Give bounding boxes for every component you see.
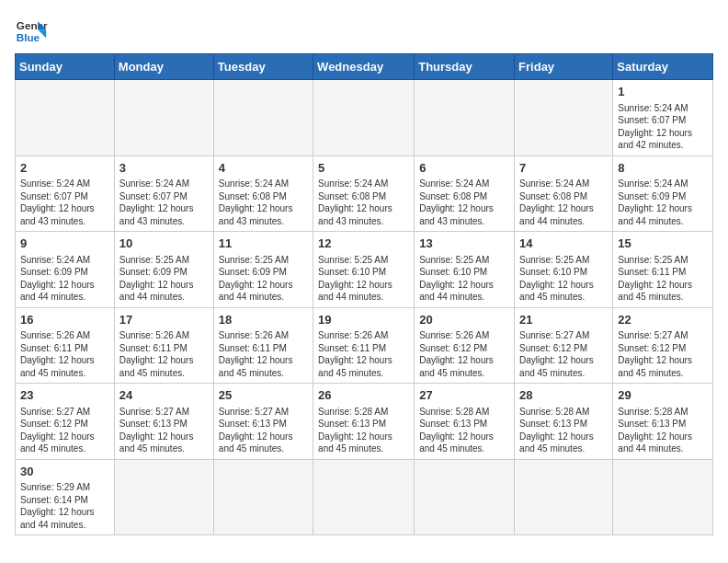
- day-info: Sunrise: 5:24 AM Sunset: 6:08 PM Dayligh…: [318, 178, 409, 227]
- day-info: Sunrise: 5:26 AM Sunset: 6:12 PM Dayligh…: [419, 329, 509, 379]
- day-info: Sunrise: 5:26 AM Sunset: 6:11 PM Dayligh…: [318, 329, 409, 379]
- day-info: Sunrise: 5:24 AM Sunset: 6:07 PM Dayligh…: [618, 102, 708, 152]
- week-row-2: 9Sunrise: 5:24 AM Sunset: 6:09 PM Daylig…: [16, 232, 713, 308]
- day-number: 8: [618, 160, 708, 177]
- calendar-cell: 19Sunrise: 5:26 AM Sunset: 6:11 PM Dayli…: [313, 307, 415, 384]
- header: General Blue: [15, 15, 713, 48]
- day-info: Sunrise: 5:25 AM Sunset: 6:10 PM Dayligh…: [318, 254, 409, 304]
- day-info: Sunrise: 5:27 AM Sunset: 6:13 PM Dayligh…: [219, 406, 308, 455]
- day-number: 19: [318, 312, 409, 328]
- svg-text:Blue: Blue: [17, 31, 40, 43]
- week-row-5: 30Sunrise: 5:29 AM Sunset: 6:14 PM Dayli…: [16, 459, 713, 535]
- calendar-cell: 13Sunrise: 5:25 AM Sunset: 6:10 PM Dayli…: [415, 232, 515, 308]
- week-row-0: 1Sunrise: 5:24 AM Sunset: 6:07 PM Daylig…: [16, 80, 713, 156]
- day-number: 25: [219, 387, 308, 404]
- calendar-cell: [313, 80, 415, 156]
- day-number: 1: [618, 84, 708, 100]
- calendar-cell: 5Sunrise: 5:24 AM Sunset: 6:08 PM Daylig…: [313, 155, 415, 232]
- calendar-cell: 17Sunrise: 5:26 AM Sunset: 6:11 PM Dayli…: [114, 307, 213, 384]
- calendar-cell: 29Sunrise: 5:28 AM Sunset: 6:13 PM Dayli…: [613, 384, 713, 460]
- calendar-cell: 21Sunrise: 5:27 AM Sunset: 6:12 PM Dayli…: [515, 307, 613, 384]
- day-number: 10: [119, 236, 209, 252]
- day-number: 11: [219, 236, 308, 252]
- day-number: 14: [519, 236, 608, 252]
- calendar-cell: 20Sunrise: 5:26 AM Sunset: 6:12 PM Dayli…: [415, 307, 515, 384]
- calendar-cell: 2Sunrise: 5:24 AM Sunset: 6:07 PM Daylig…: [16, 155, 115, 232]
- day-number: 4: [219, 160, 308, 177]
- day-number: 16: [20, 312, 109, 328]
- calendar-cell: [515, 459, 613, 535]
- day-header-friday: Friday: [515, 54, 613, 80]
- day-info: Sunrise: 5:24 AM Sunset: 6:07 PM Dayligh…: [20, 178, 109, 227]
- day-info: Sunrise: 5:25 AM Sunset: 6:10 PM Dayligh…: [519, 254, 608, 304]
- calendar-cell: 24Sunrise: 5:27 AM Sunset: 6:13 PM Dayli…: [114, 384, 213, 460]
- day-info: Sunrise: 5:25 AM Sunset: 6:10 PM Dayligh…: [419, 254, 509, 304]
- day-info: Sunrise: 5:27 AM Sunset: 6:13 PM Dayligh…: [119, 406, 209, 455]
- calendar-cell: 28Sunrise: 5:28 AM Sunset: 6:13 PM Dayli…: [515, 384, 613, 460]
- calendar-cell: 11Sunrise: 5:25 AM Sunset: 6:09 PM Dayli…: [213, 232, 313, 308]
- day-info: Sunrise: 5:24 AM Sunset: 6:08 PM Dayligh…: [419, 178, 509, 227]
- day-info: Sunrise: 5:24 AM Sunset: 6:09 PM Dayligh…: [618, 178, 708, 227]
- day-info: Sunrise: 5:28 AM Sunset: 6:13 PM Dayligh…: [419, 406, 509, 455]
- day-number: 17: [119, 312, 209, 328]
- calendar-cell: [213, 80, 313, 156]
- day-number: 21: [519, 312, 608, 328]
- calendar-cell: 22Sunrise: 5:27 AM Sunset: 6:12 PM Dayli…: [613, 307, 713, 384]
- calendar-cell: [415, 459, 515, 535]
- day-number: 26: [318, 387, 409, 404]
- day-info: Sunrise: 5:28 AM Sunset: 6:13 PM Dayligh…: [519, 406, 608, 455]
- calendar-cell: 12Sunrise: 5:25 AM Sunset: 6:10 PM Dayli…: [313, 232, 415, 308]
- calendar-cell: 8Sunrise: 5:24 AM Sunset: 6:09 PM Daylig…: [613, 155, 713, 232]
- day-number: 20: [419, 312, 509, 328]
- calendar-cell: 18Sunrise: 5:26 AM Sunset: 6:11 PM Dayli…: [213, 307, 313, 384]
- day-number: 13: [419, 236, 509, 252]
- calendar-cell: 16Sunrise: 5:26 AM Sunset: 6:11 PM Dayli…: [16, 307, 115, 384]
- calendar-cell: 30Sunrise: 5:29 AM Sunset: 6:14 PM Dayli…: [16, 459, 115, 535]
- logo: General Blue: [15, 15, 48, 48]
- day-info: Sunrise: 5:29 AM Sunset: 6:14 PM Dayligh…: [20, 481, 109, 531]
- calendar-cell: [16, 80, 115, 156]
- calendar-cell: 10Sunrise: 5:25 AM Sunset: 6:09 PM Dayli…: [114, 232, 213, 308]
- day-header-tuesday: Tuesday: [213, 54, 313, 80]
- day-number: 2: [20, 160, 109, 177]
- day-header-monday: Monday: [114, 54, 213, 80]
- day-info: Sunrise: 5:25 AM Sunset: 6:09 PM Dayligh…: [219, 254, 308, 304]
- day-number: 6: [419, 160, 509, 177]
- day-header-thursday: Thursday: [415, 54, 515, 80]
- calendar-cell: [114, 80, 213, 156]
- day-number: 9: [20, 236, 109, 252]
- day-number: 22: [618, 312, 708, 328]
- day-number: 30: [20, 464, 109, 480]
- calendar-cell: [415, 80, 515, 156]
- day-number: 12: [318, 236, 409, 252]
- calendar-cell: [213, 459, 313, 535]
- day-info: Sunrise: 5:27 AM Sunset: 6:12 PM Dayligh…: [618, 329, 708, 379]
- calendar-cell: 14Sunrise: 5:25 AM Sunset: 6:10 PM Dayli…: [515, 232, 613, 308]
- day-number: 29: [618, 387, 708, 404]
- logo-icon: General Blue: [15, 15, 48, 48]
- day-info: Sunrise: 5:27 AM Sunset: 6:12 PM Dayligh…: [20, 406, 109, 455]
- day-number: 23: [20, 387, 109, 404]
- day-header-sunday: Sunday: [16, 54, 115, 80]
- day-number: 7: [519, 160, 608, 177]
- calendar-cell: 7Sunrise: 5:24 AM Sunset: 6:08 PM Daylig…: [515, 155, 613, 232]
- calendar-cell: 4Sunrise: 5:24 AM Sunset: 6:08 PM Daylig…: [213, 155, 313, 232]
- calendar-cell: [613, 459, 713, 535]
- calendar-cell: [114, 459, 213, 535]
- day-number: 3: [119, 160, 209, 177]
- calendar-table: SundayMondayTuesdayWednesdayThursdayFrid…: [15, 53, 713, 535]
- day-number: 24: [119, 387, 209, 404]
- calendar-cell: 26Sunrise: 5:28 AM Sunset: 6:13 PM Dayli…: [313, 384, 415, 460]
- calendar-cell: [515, 80, 613, 156]
- header-row: SundayMondayTuesdayWednesdayThursdayFrid…: [16, 54, 713, 80]
- day-number: 15: [618, 236, 708, 252]
- day-info: Sunrise: 5:26 AM Sunset: 6:11 PM Dayligh…: [20, 329, 109, 379]
- day-info: Sunrise: 5:25 AM Sunset: 6:11 PM Dayligh…: [618, 254, 708, 304]
- calendar-cell: 6Sunrise: 5:24 AM Sunset: 6:08 PM Daylig…: [415, 155, 515, 232]
- day-info: Sunrise: 5:28 AM Sunset: 6:13 PM Dayligh…: [318, 406, 409, 455]
- week-row-1: 2Sunrise: 5:24 AM Sunset: 6:07 PM Daylig…: [16, 155, 713, 232]
- day-info: Sunrise: 5:24 AM Sunset: 6:09 PM Dayligh…: [20, 254, 109, 304]
- day-number: 5: [318, 160, 409, 177]
- calendar-cell: 15Sunrise: 5:25 AM Sunset: 6:11 PM Dayli…: [613, 232, 713, 308]
- day-info: Sunrise: 5:24 AM Sunset: 6:08 PM Dayligh…: [219, 178, 308, 227]
